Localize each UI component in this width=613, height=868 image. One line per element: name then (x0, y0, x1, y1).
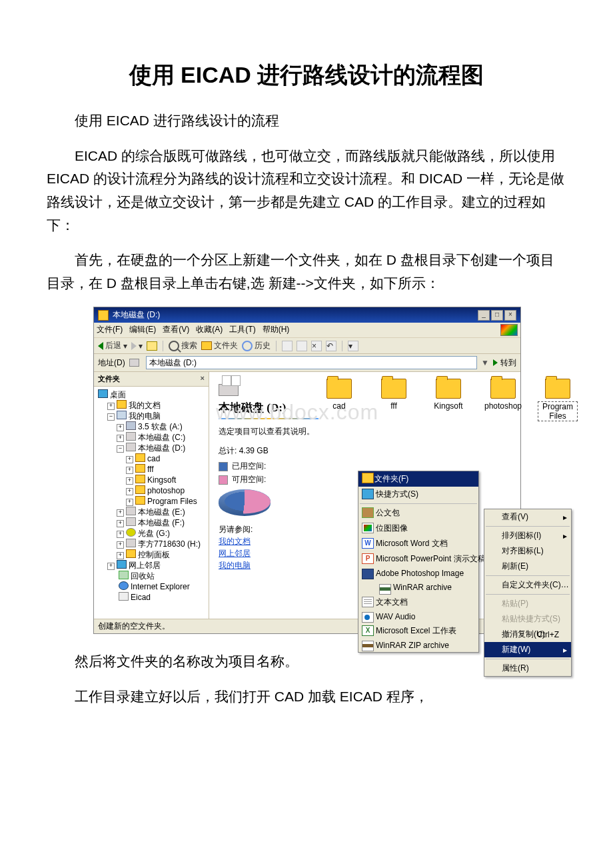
folder-item[interactable]: fff (374, 379, 414, 421)
paragraph-5: 工作目录建立好以后，我们打开 CAD 加载 EICAD 程序， (47, 685, 566, 709)
brief-icon (362, 507, 374, 518)
txt-icon (362, 597, 374, 607)
tree-title: 文件夹 (98, 374, 120, 384)
paragraph-2: EICAD 的综合版既可做路线，也可做立交，而路线版就只能做路线，所以使用 EI… (47, 145, 566, 237)
tree-item: +光盘 (G:) (117, 528, 206, 539)
folders-icon (201, 341, 212, 350)
menu-file[interactable]: 文件(F) (97, 324, 123, 336)
folder-tree[interactable]: 桌面 +我的文档 −我的电脑 +3.5 软盘 (A:) +本地磁盘 (C:) −… (94, 387, 209, 605)
rar-icon (379, 584, 391, 595)
address-input[interactable] (146, 356, 477, 369)
submenu-item[interactable]: Microsoft PowerPoint 演示文稿 (358, 551, 478, 567)
tree-item: +控制面板 (117, 549, 206, 560)
menu-help[interactable]: 帮助(H) (263, 324, 290, 336)
tree-item: +本地磁盘 (C:) (117, 432, 206, 443)
context-menu-item[interactable]: 新建(W)▸ (484, 642, 571, 657)
tree-item: +本地磁盘 (F:) (117, 517, 206, 528)
tb-views-icon[interactable]: ▾ (348, 341, 358, 351)
window-icon (98, 310, 109, 321)
go-icon (493, 359, 498, 366)
submenu-item-folder[interactable]: 文件夹(F) (358, 471, 478, 487)
back-button[interactable]: 后退 ▾ (98, 340, 127, 351)
folder-icon (436, 379, 461, 399)
explorer-window: 本地磁盘 (D:) _ □ × 文件(F) 编辑(E) 查看(V) 收藏(A) … (93, 307, 521, 634)
context-menu-item[interactable]: 对齐图标(L) (484, 543, 571, 559)
address-bar: 地址(D) ▼ 转到 (94, 354, 520, 372)
tree-item: +李方7718630 (H:) (117, 539, 206, 549)
tree-item[interactable]: +photoshop (126, 485, 206, 496)
wav-icon (362, 612, 374, 623)
tb-copyto-icon[interactable] (297, 341, 307, 351)
submenu-item[interactable]: WinRAR archive (358, 580, 478, 595)
close-button[interactable]: × (504, 310, 516, 321)
folder-item[interactable]: Program Files (538, 379, 578, 421)
new-submenu: 文件夹(F) 快捷方式(S)公文包位图图像Microsoft Word 文档Mi… (358, 471, 479, 653)
submenu-item[interactable]: 快捷方式(S) (358, 487, 478, 502)
title-bar[interactable]: 本地磁盘 (D:) _ □ × (94, 307, 520, 323)
submenu-item[interactable]: Adobe Photoshop Image (358, 567, 478, 580)
submenu-item[interactable]: 位图图像 (358, 521, 478, 536)
folder-icon (381, 379, 406, 399)
submenu-item[interactable]: 文本文档 (358, 595, 478, 610)
folder-item[interactable]: photoshop (483, 379, 523, 421)
tb-delete-icon[interactable]: × (311, 341, 322, 351)
menu-bar: 文件(F) 编辑(E) 查看(V) 收藏(A) 工具(T) 帮助(H) (94, 323, 520, 338)
used-label: 已用空间: (232, 461, 266, 472)
xls-icon (362, 625, 374, 636)
tree-item: −我的电脑 +3.5 软盘 (A:) +本地磁盘 (C:) −本地磁盘 (D:)… (107, 411, 206, 560)
search-button[interactable]: 搜索 (169, 340, 197, 351)
folder-icon (362, 473, 374, 483)
submenu-item[interactable]: WAV Audio (358, 610, 478, 623)
free-label: 可用空间: (232, 474, 266, 485)
free-swatch-icon (219, 475, 228, 485)
folder-icon (490, 379, 516, 399)
search-icon (169, 341, 179, 351)
tb-moveto-icon[interactable] (282, 341, 293, 351)
menu-view[interactable]: 查看(V) (163, 324, 189, 336)
maximize-button[interactable]: □ (491, 310, 503, 321)
menu-fav[interactable]: 收藏(A) (196, 324, 223, 336)
context-menu-item[interactable]: 撤消复制(U)Ctrl+Z (484, 627, 571, 642)
up-button[interactable] (147, 341, 157, 351)
tree-item[interactable]: +Kingsoft (126, 475, 206, 485)
folder-tree-pane: 文件夹 × 桌面 +我的文档 −我的电脑 +3.5 软盘 (A:) +本地磁盘 … (94, 372, 209, 619)
submenu-item[interactable]: 公文包 (358, 505, 478, 521)
tb-undo-icon[interactable]: ↶ (326, 341, 336, 351)
submenu-item[interactable]: WinRAR ZIP archive (358, 639, 478, 652)
folder-item[interactable]: Kingsoft (428, 379, 468, 421)
context-menu-item[interactable]: 自定义文件夹(C)… (484, 577, 571, 593)
folder-item[interactable]: cad (319, 379, 359, 421)
zip-icon (362, 641, 374, 651)
window-title: 本地磁盘 (D:) (113, 309, 474, 321)
forward-button[interactable]: ▾ (131, 341, 143, 351)
desk-icon (362, 489, 374, 499)
tree-item[interactable]: +Program Files (126, 496, 206, 507)
folders-button[interactable]: 文件夹 (201, 340, 238, 351)
tree-item[interactable]: +cad (126, 453, 206, 464)
tree-item: +我的文档 (107, 400, 206, 411)
tree-item: +本地磁盘 (E:) (117, 507, 206, 517)
disk-usage-pie-icon (219, 489, 271, 516)
submenu-item[interactable]: Microsoft Word 文档 (358, 536, 478, 551)
context-menu-item[interactable]: 刷新(E) (484, 559, 571, 574)
history-icon (242, 341, 253, 351)
context-menu-item[interactable]: 查看(V)▸ (484, 509, 571, 525)
drive-icon (219, 384, 239, 396)
context-menu-item[interactable]: 排列图标(I)▸ (484, 528, 571, 543)
minimize-button[interactable]: _ (478, 310, 490, 321)
tree-item: +网上邻居 (107, 560, 206, 571)
context-menu: 查看(V)▸排列图标(I)▸对齐图标(L)刷新(E)自定义文件夹(C)…粘贴(P… (484, 509, 572, 677)
menu-edit[interactable]: 编辑(E) (129, 324, 156, 336)
tree-item[interactable]: +fff (126, 464, 206, 475)
menu-tools[interactable]: 工具(T) (229, 324, 255, 336)
submenu-item[interactable]: Microsoft Excel 工作表 (358, 623, 478, 639)
bmp-icon (362, 523, 374, 533)
go-button[interactable]: 转到 (493, 357, 516, 369)
up-icon (147, 341, 157, 351)
windows-logo-icon (500, 324, 518, 336)
context-menu-item[interactable]: 属性(R) (484, 661, 571, 676)
tree-close-icon[interactable]: × (201, 374, 205, 384)
folder-view[interactable]: www.bdocx.com 本地磁盘 (D:) 选定项目可以查看其说明。 总计:… (209, 372, 520, 619)
history-button[interactable]: 历史 (242, 340, 271, 351)
folder-icon (326, 379, 352, 399)
